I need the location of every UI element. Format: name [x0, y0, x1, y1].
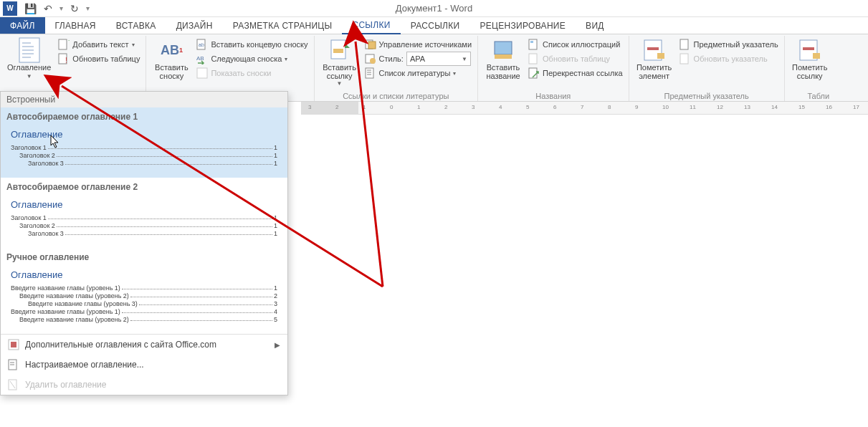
- tab-file[interactable]: ФАЙЛ: [0, 17, 45, 34]
- toc-gallery-item[interactable]: ОглавлениеЗаголовок 11Заголовок 21Заголо…: [1, 196, 287, 248]
- more-office-toc-item[interactable]: Дополнительные оглавления с сайта Office…: [1, 335, 287, 355]
- ruler-tick: 17: [853, 104, 859, 110]
- group-index-label: Предметный указатель: [634, 91, 780, 100]
- svg-rect-6: [59, 39, 67, 49]
- svg-point-19: [370, 58, 376, 64]
- office-icon: [8, 339, 19, 350]
- ruler-tick: 7: [581, 104, 583, 110]
- svg-rect-31: [647, 47, 659, 50]
- ruler-tick: 15: [798, 104, 805, 110]
- svg-text:!: !: [65, 57, 67, 64]
- bibliography-button[interactable]: Список литературы ▾: [363, 66, 473, 80]
- toc-button[interactable]: Оглавление ▼: [4, 37, 54, 100]
- toc-preview-title: Оглавление: [11, 129, 277, 140]
- citation-style-select[interactable]: APA ▼: [406, 52, 471, 66]
- redo-icon[interactable]: ↻: [70, 3, 79, 14]
- ruler-tick: 6: [553, 104, 556, 110]
- citation-style-row: Стиль: APA ▼: [363, 52, 473, 66]
- ruler-tick: 14: [771, 104, 778, 110]
- remove-icon: [8, 379, 19, 390]
- group-citations: Вставить ссылку ▼ Управление источниками…: [315, 36, 478, 101]
- document-title: Документ1 - Word: [396, 3, 472, 14]
- tab-design[interactable]: ДИЗАЙН: [166, 17, 223, 34]
- svg-rect-17: [368, 42, 376, 49]
- chevron-down-icon: ▾: [285, 56, 287, 62]
- svg-rect-24: [495, 42, 512, 54]
- svg-rect-20: [366, 68, 373, 78]
- add-text-icon: +: [58, 39, 70, 50]
- insert-caption-button[interactable]: Вставить название: [482, 37, 524, 91]
- update-toc-button[interactable]: ! Обновить таблицу: [57, 52, 141, 66]
- insert-footnote-button[interactable]: AB1 Вставить сноску: [151, 37, 192, 91]
- update-icon: !: [58, 53, 70, 64]
- mark-entry-button[interactable]: Пометить элемент: [634, 37, 675, 91]
- toc-preview-entry: Заголовок 31: [11, 160, 277, 167]
- custom-toc-label: Настраиваемое оглавление...: [25, 360, 144, 370]
- ribbon-tabs: ФАЙЛ ГЛАВНАЯ ВСТАВКА ДИЗАЙН РАЗМЕТКА СТР…: [0, 17, 868, 34]
- mark-citation-icon: [798, 39, 821, 62]
- update-index-button[interactable]: Обновить указатель: [678, 52, 780, 66]
- toc-preview-entry: Введите название главы (уровень 2)5: [11, 316, 277, 323]
- quick-access-toolbar: 💾 ↶ ▾ ↻ ▾: [24, 3, 90, 14]
- insert-endnote-button[interactable]: ab Вставить концевую сноску: [195, 37, 309, 52]
- list-figures-button[interactable]: Список иллюстраций: [527, 37, 624, 52]
- insert-index-button[interactable]: Предметный указатель: [678, 37, 780, 52]
- ruler-tick: 1: [363, 104, 366, 110]
- update-index-label: Обновить указатель: [694, 54, 768, 63]
- cross-ref-button[interactable]: Перекрестная ссылка: [527, 66, 624, 80]
- svg-rect-28: [529, 54, 537, 64]
- tab-review[interactable]: РЕЦЕНЗИРОВАНИЕ: [469, 17, 576, 34]
- bibliography-icon: [365, 67, 376, 79]
- manage-sources-button[interactable]: Управление источниками: [363, 37, 473, 52]
- toc-gallery-section-title: Ручное оглавление: [1, 248, 287, 267]
- toc-gallery-item[interactable]: ОглавлениеВведите название главы (уровен…: [1, 267, 287, 334]
- ruler-tick: 4: [499, 104, 502, 110]
- qat-customize-icon[interactable]: ▾: [86, 4, 90, 12]
- footnote-icon: AB1: [160, 39, 183, 62]
- undo-icon[interactable]: ↶: [44, 3, 52, 14]
- caption-icon: [492, 39, 515, 62]
- ruler-tick: 1: [417, 104, 420, 110]
- style-label: Стиль:: [379, 54, 404, 63]
- custom-toc-item[interactable]: Настраиваемое оглавление...: [1, 355, 287, 375]
- next-footnote-button[interactable]: AB Следующая сноска ▾: [195, 52, 309, 66]
- svg-rect-25: [495, 54, 512, 59]
- tab-insert[interactable]: ВСТАВКА: [106, 17, 166, 34]
- svg-rect-34: [680, 54, 688, 64]
- chevron-down-icon: ▼: [27, 73, 32, 80]
- save-icon[interactable]: 💾: [24, 3, 37, 14]
- add-text-button[interactable]: + Добавить текст ▾: [57, 37, 141, 52]
- document-page[interactable]: [358, 116, 846, 424]
- remove-toc-item[interactable]: Удалить оглавление: [1, 375, 287, 395]
- tab-references[interactable]: ССЫЛКИ: [342, 17, 400, 34]
- tab-mailings[interactable]: РАССЫЛКИ: [401, 17, 470, 34]
- update-captions-button[interactable]: Обновить таблицу: [527, 52, 624, 66]
- dropdown-header-builtin: Встроенный: [1, 92, 287, 107]
- next-footnote-label: Следующая сноска: [211, 54, 282, 63]
- toc-preview-entry: Введите название главы (уровень 3)3: [11, 300, 277, 307]
- tab-home[interactable]: ГЛАВНАЯ: [45, 17, 106, 34]
- svg-text:ab: ab: [199, 42, 204, 47]
- add-text-label: Добавить текст: [72, 40, 128, 49]
- undo-caret-icon[interactable]: ▾: [59, 4, 63, 12]
- svg-rect-39: [11, 342, 16, 347]
- horizontal-ruler[interactable]: 32101234567891011121314151617: [301, 102, 868, 115]
- manage-sources-icon: [365, 39, 376, 50]
- ruler-tick: 2: [444, 104, 447, 110]
- ruler-tick: 13: [744, 104, 750, 110]
- mark-citation-label: Пометить ссылку: [792, 63, 827, 80]
- show-notes-button[interactable]: Показать сноски: [195, 66, 309, 80]
- style-value: APA: [410, 54, 425, 63]
- toc-preview-entry: Введите название главы (уровень 1)4: [11, 308, 277, 315]
- group-captions-label: Названия: [482, 91, 624, 100]
- insert-citation-button[interactable]: Вставить ссылку ▼: [319, 37, 361, 91]
- group-citations-label: Ссылки и списки литературы: [319, 91, 473, 100]
- tab-layout[interactable]: РАЗМЕТКА СТРАНИЦЫ: [223, 17, 343, 34]
- list-figures-icon: [528, 39, 540, 50]
- update-icon: [679, 53, 691, 64]
- more-office-label: Дополнительные оглавления с сайта Office…: [25, 340, 216, 350]
- group-authorities-label: Табли: [789, 91, 848, 100]
- tab-view[interactable]: ВИД: [576, 17, 614, 34]
- toc-gallery-item[interactable]: ОглавлениеЗаголовок 11Заголовок 21Заголо…: [1, 126, 287, 178]
- mark-citation-button[interactable]: Пометить ссылку: [789, 37, 831, 91]
